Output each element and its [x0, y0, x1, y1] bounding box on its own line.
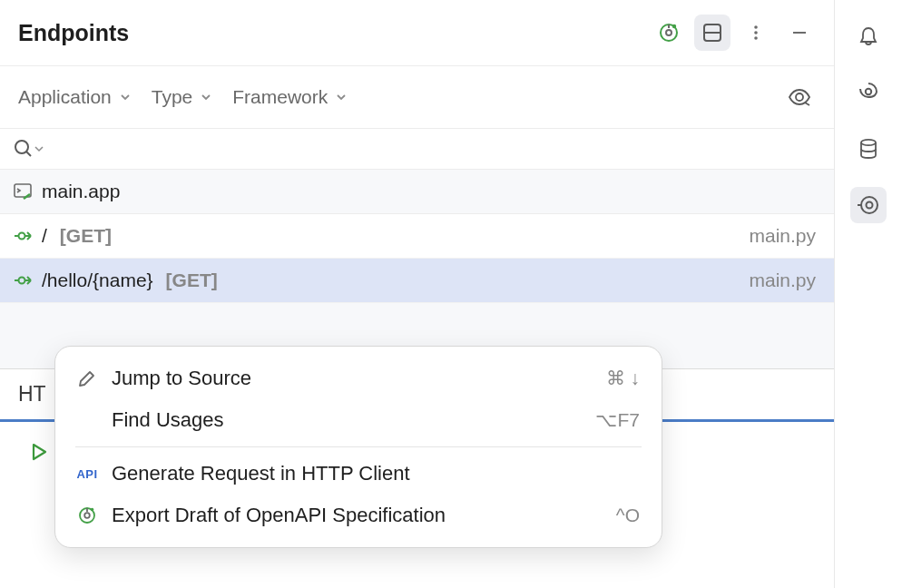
menu-label: Jump to Source [112, 367, 593, 390]
endpoint-icon [13, 270, 33, 290]
search-input[interactable] [49, 139, 818, 160]
search-row [0, 129, 834, 170]
menu-item-export-openapi[interactable]: Export Draft of OpenAPI Specification ^O [55, 495, 662, 536]
svg-point-17 [861, 140, 876, 145]
menu-item-jump-to-source[interactable]: Jump to Source ⌘ ↓ [55, 358, 662, 399]
group-label: main.app [42, 181, 120, 202]
endpoint-path: / [42, 225, 47, 247]
svg-point-7 [754, 31, 758, 34]
endpoint-file: main.py [749, 225, 816, 247]
svg-point-3 [672, 24, 676, 28]
notifications-button[interactable] [850, 18, 887, 54]
svg-point-24 [91, 508, 94, 512]
openapi-icon [75, 505, 99, 525]
endpoint-file: main.py [749, 270, 816, 291]
svg-line-12 [26, 152, 31, 156]
endpoint-method: [GET] [166, 270, 218, 291]
filter-framework-label: Framework [232, 86, 328, 108]
chevron-down-icon [119, 91, 132, 103]
menu-shortcut: ⌘ ↓ [606, 368, 640, 389]
right-sidebar [835, 0, 902, 588]
svg-point-10 [796, 93, 803, 101]
openapi-icon-button[interactable] [651, 15, 687, 51]
endpoints-button[interactable] [850, 187, 887, 223]
svg-point-16 [866, 89, 871, 94]
filter-type-label: Type [152, 86, 193, 108]
chevron-down-icon [34, 144, 44, 153]
pencil-icon [75, 368, 99, 388]
svg-point-22 [84, 513, 90, 518]
menu-shortcut: ^O [616, 505, 640, 526]
context-menu: Jump to Source ⌘ ↓ Find Usages ⌥F7 API G… [54, 346, 662, 548]
api-icon: API [75, 467, 99, 481]
database-button[interactable] [850, 131, 887, 167]
svg-point-18 [861, 197, 877, 213]
filters-row: Application Type Framework [0, 66, 834, 129]
search-icon [13, 138, 34, 160]
svg-point-14 [19, 233, 25, 240]
run-icon[interactable] [27, 440, 51, 464]
menu-label: Generate Request in HTTP Client [112, 462, 627, 485]
endpoint-row[interactable]: /hello/{name} [GET] main.py [0, 259, 834, 303]
terminal-icon [13, 181, 33, 201]
menu-shortcut: ⌥F7 [595, 409, 640, 431]
group-header[interactable]: main.app [0, 170, 834, 214]
chevron-down-icon [200, 91, 212, 103]
chevron-down-icon [335, 91, 348, 103]
menu-item-generate-http-request[interactable]: API Generate Request in HTTP Client [55, 453, 662, 495]
endpoint-path: /hello/{name} [42, 270, 153, 291]
filter-type[interactable]: Type [152, 86, 213, 108]
menu-label: Find Usages [112, 408, 583, 432]
menu-label: Export Draft of OpenAPI Specification [112, 504, 603, 527]
minimize-button[interactable] [781, 15, 818, 51]
menu-item-find-usages[interactable]: Find Usages ⌥F7 [55, 399, 662, 441]
svg-point-15 [19, 278, 25, 284]
visibility-button[interactable] [781, 79, 818, 115]
svg-point-6 [754, 25, 758, 29]
svg-point-8 [754, 36, 758, 40]
header-actions [651, 15, 818, 51]
endpoint-icon [13, 226, 33, 246]
svg-point-19 [867, 202, 873, 209]
layout-toggle-button[interactable] [694, 15, 730, 51]
panel-title: Endpoints [18, 20, 651, 46]
svg-point-11 [15, 141, 28, 153]
panel-header: Endpoints [0, 0, 834, 66]
svg-point-1 [666, 30, 672, 35]
endpoint-row[interactable]: / [GET] main.py [0, 214, 834, 259]
ai-assistant-button[interactable] [850, 74, 887, 111]
filter-framework[interactable]: Framework [232, 86, 348, 108]
filter-application-label: Application [18, 86, 112, 108]
more-options-button[interactable] [738, 15, 774, 51]
filter-application[interactable]: Application [18, 86, 132, 108]
endpoint-method: [GET] [60, 225, 112, 247]
menu-divider [75, 446, 642, 447]
